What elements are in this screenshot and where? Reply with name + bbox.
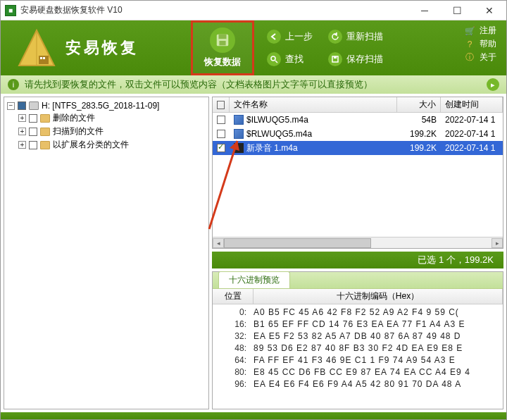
hex-offset: 0: — [213, 307, 254, 317]
refresh-icon — [328, 30, 342, 44]
recover-data-button[interactable]: 恢复数据 — [191, 20, 254, 75]
right-pane: 文件名称 大小 创建时间 $ILWUQG5.m4a54B2022-07-14 1… — [212, 97, 503, 409]
hex-offset: 16: — [213, 319, 254, 329]
hex-row: 32:EA E5 F2 53 82 A5 A7 DB 40 87 6A 87 4… — [213, 330, 503, 342]
register-button[interactable]: 🛒注册 — [464, 25, 496, 37]
disk-icon — [328, 52, 342, 66]
row-checkbox[interactable] — [217, 144, 225, 152]
tree-checkbox[interactable] — [29, 114, 37, 123]
row-checkbox[interactable] — [217, 130, 225, 138]
horizontal-scrollbar[interactable]: ◂ ▸ — [213, 237, 503, 248]
search-button[interactable]: 查找 — [267, 52, 313, 66]
bottom-border — [1, 412, 506, 419]
recover-data-label: 恢复数据 — [204, 56, 241, 68]
window-controls: ─ ☐ ✕ — [415, 5, 499, 16]
hex-tab-bar: 十六进制预览 — [213, 272, 503, 289]
hex-preview: 十六进制预览 位置 十六进制编码（Hex） 0:A0 B5 FC 45 A6 4… — [212, 271, 503, 409]
save-scan-label: 保存扫描 — [346, 53, 383, 66]
hex-row: 96:EA E4 E6 F4 E6 F9 A4 A5 42 80 91 70 D… — [213, 378, 503, 390]
hex-bytes: EA E5 F2 53 82 A5 A7 DB 40 87 6A 87 49 4… — [254, 331, 503, 341]
hex-bytes: A0 B5 FC 45 A6 42 F8 F2 52 A9 A2 F4 9 59… — [254, 307, 503, 317]
help-label: 帮助 — [480, 38, 496, 50]
arrow-left-icon — [267, 30, 281, 44]
scroll-thumb[interactable] — [224, 238, 371, 248]
file-name: $ILWUQG5.m4a — [246, 115, 308, 125]
help-icon: ? — [464, 39, 475, 50]
row-checkbox[interactable] — [217, 116, 225, 124]
search-icon — [267, 52, 281, 66]
svg-rect-0 — [39, 56, 49, 64]
logo-block: 安易恢复 — [1, 27, 191, 68]
status-text: 已选 1 个，199.2K — [418, 254, 494, 266]
logo-icon — [15, 27, 58, 68]
svg-rect-4 — [219, 35, 227, 39]
header-checkbox[interactable] — [217, 101, 225, 109]
tree-item[interactable]: +以扩展名分类的文件 — [18, 138, 206, 152]
list-row[interactable]: $ILWUQG5.m4a54B2022-07-14 1 — [213, 113, 503, 127]
file-icon — [234, 115, 244, 125]
tree-root[interactable]: − H: [NTFS_283.5G_2018-11-09] — [7, 100, 206, 111]
about-label: 关于 — [480, 51, 496, 63]
close-button[interactable]: ✕ — [480, 5, 499, 16]
hex-body[interactable]: 0:A0 B5 FC 45 A6 42 F8 F2 52 A9 A2 F4 9 … — [213, 304, 503, 409]
expand-icon[interactable]: + — [18, 141, 26, 149]
tree-item[interactable]: +扫描到的文件 — [18, 125, 206, 138]
tree-item[interactable]: +删除的文件 — [18, 111, 206, 125]
tip-next-icon[interactable]: ▸ — [487, 78, 499, 91]
register-label: 注册 — [480, 25, 496, 37]
tree-item-label: 扫描到的文件 — [53, 125, 104, 137]
save-scan-button[interactable]: 保存扫描 — [328, 52, 383, 66]
expand-icon[interactable]: + — [18, 114, 26, 122]
file-name: $RLWUQG5.m4a — [246, 129, 312, 139]
list-row[interactable]: 新录音 1.m4a199.2K2022-07-14 1 — [213, 141, 503, 155]
maximize-button[interactable]: ☐ — [447, 5, 467, 16]
svg-rect-5 — [219, 41, 225, 45]
hex-offset: 32: — [213, 331, 254, 341]
folder-tree[interactable]: − H: [NTFS_283.5G_2018-11-09] +删除的文件+扫描到… — [4, 97, 209, 409]
minimize-button[interactable]: ─ — [415, 5, 434, 16]
tree-checkbox[interactable] — [29, 141, 37, 149]
file-list: 文件名称 大小 创建时间 $ILWUQG5.m4a54B2022-07-14 1… — [212, 97, 503, 249]
hex-offset: 96: — [213, 379, 254, 389]
status-bar: 已选 1 个，199.2K — [212, 252, 503, 268]
tree-checkbox[interactable] — [18, 101, 26, 110]
cart-icon: 🛒 — [464, 25, 475, 37]
file-date: 2022-07-14 1 — [445, 115, 495, 125]
col-date[interactable]: 创建时间 — [441, 97, 503, 112]
col-name[interactable]: 文件名称 — [230, 97, 397, 112]
file-name: 新录音 1.m4a — [246, 142, 298, 154]
col-checkbox[interactable] — [213, 97, 230, 112]
tip-text: 请先找到要恢复的文件，双击文件可以预览内容（文档表格图片文字等可以直接预览） — [25, 78, 373, 91]
hex-bytes: FA FF EF 41 F3 46 9E C1 1 F9 74 A9 54 A3… — [254, 355, 503, 365]
titlebar: ■ 安易硬盘数据恢复软件 V10 ─ ☐ ✕ — [1, 1, 506, 20]
hex-row: 64:FA FF EF 41 F3 46 9E C1 1 F9 74 A9 54… — [213, 354, 503, 366]
app-window: ■ 安易硬盘数据恢复软件 V10 ─ ☐ ✕ 安易恢复 恢复数据 上一步 重新扫… — [0, 0, 507, 420]
rescan-button[interactable]: 重新扫描 — [328, 30, 383, 44]
list-row[interactable]: $RLWUQG5.m4a199.2K2022-07-14 1 — [213, 127, 503, 141]
tree-item-label: 删除的文件 — [53, 112, 95, 124]
help-button[interactable]: ?帮助 — [464, 38, 496, 50]
hex-bytes: EA E4 E6 F4 E6 F9 A4 A5 42 80 91 70 DA 4… — [254, 379, 503, 389]
about-button[interactable]: ⓘ关于 — [464, 51, 496, 63]
collapse-icon[interactable]: − — [7, 102, 15, 110]
main-body: − H: [NTFS_283.5G_2018-11-09] +删除的文件+扫描到… — [1, 94, 506, 412]
expand-icon[interactable]: + — [18, 128, 26, 135]
hex-row: 48:89 53 D6 E2 87 40 8F B3 30 F2 4D EA E… — [213, 342, 503, 354]
prev-step-button[interactable]: 上一步 — [267, 30, 313, 44]
tree-item-label: 以扩展名分类的文件 — [53, 139, 129, 151]
col-size[interactable]: 大小 — [397, 97, 441, 112]
file-size: 54B — [422, 115, 437, 125]
hex-col-offset: 位置 — [213, 289, 254, 304]
hex-tab[interactable]: 十六进制预览 — [218, 271, 290, 288]
search-label: 查找 — [285, 53, 303, 66]
file-date: 2022-07-14 1 — [445, 143, 495, 153]
scroll-right-icon[interactable]: ▸ — [492, 238, 503, 248]
file-date: 2022-07-14 1 — [445, 129, 495, 139]
tip-bar: i 请先找到要恢复的文件，双击文件可以预览内容（文档表格图片文字等可以直接预览）… — [1, 75, 506, 94]
scroll-track[interactable] — [224, 238, 492, 248]
hex-col-bytes: 十六进制编码（Hex） — [254, 289, 503, 304]
toolbar-grid: 上一步 重新扫描 查找 保存扫描 — [267, 30, 383, 66]
tree-checkbox[interactable] — [29, 128, 37, 136]
scroll-left-icon[interactable]: ◂ — [213, 238, 224, 248]
hex-offset: 64: — [213, 355, 254, 365]
